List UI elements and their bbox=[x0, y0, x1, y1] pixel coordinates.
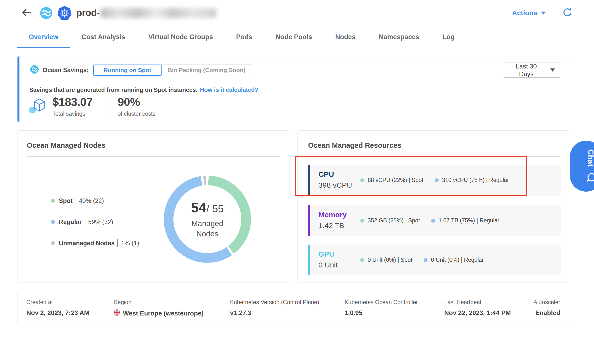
gpu-accent-bar bbox=[308, 245, 310, 275]
uk-flag-icon bbox=[114, 309, 120, 318]
total-savings-label: Total savings bbox=[52, 111, 93, 117]
cpu-name: CPU bbox=[318, 170, 352, 179]
created-at-value: Nov 2, 2023, 7:23 AM bbox=[26, 309, 114, 317]
tab-nodes[interactable]: Nodes bbox=[324, 26, 367, 48]
gpu-spot-stat: 0 Unit (0%) | Spot bbox=[360, 257, 412, 263]
ocean-savings-card: Ocean Savings: Running on Spot Bin Packi… bbox=[17, 56, 569, 122]
cluster-name-prefix: prod- bbox=[76, 8, 100, 18]
actions-label: Actions bbox=[512, 9, 537, 17]
chevron-down-icon bbox=[541, 12, 546, 15]
refresh-icon bbox=[562, 8, 572, 18]
managed-count: 54 bbox=[191, 199, 206, 215]
donut-center: 54 / 55 Managed Nodes bbox=[173, 185, 241, 253]
ocean-logo-icon bbox=[38, 6, 53, 20]
page-title: prod- bbox=[76, 8, 216, 18]
tab-pods[interactable]: Pods bbox=[225, 26, 264, 48]
total-savings-value: $183.07 bbox=[52, 95, 93, 109]
gpu-resource-row: GPU 0 Unit 0 Unit (0%) | Spot 0 Unit (0%… bbox=[308, 245, 561, 275]
back-button[interactable] bbox=[21, 7, 32, 19]
tab-node-pools[interactable]: Node Pools bbox=[264, 26, 324, 48]
nodes-legend: Spot 40% (22) Regular 59% (32) Unmanaged… bbox=[51, 197, 139, 247]
savings-stats: $183.07 Total savings 90% of cluster cos… bbox=[29, 95, 155, 117]
k8s-version-column: Kubernetes Version (Control Plane) v1.27… bbox=[230, 299, 345, 318]
cpu-total: 398 vCPU bbox=[318, 181, 352, 189]
period-value: Last 30 Days bbox=[509, 63, 544, 78]
total-savings-stat: $183.07 Total savings bbox=[52, 95, 93, 117]
ocean-savings-label: Ocean Savings: bbox=[29, 64, 89, 76]
cpu-resource-row: CPU 398 vCPU 88 vCPU (22%) | Spot 310 vC… bbox=[308, 165, 561, 196]
redacted-cluster-name bbox=[101, 8, 216, 18]
tab-label: Cost Analysis bbox=[82, 33, 125, 41]
gpu-total: 0 Unit bbox=[318, 261, 338, 269]
tab-label: Overview bbox=[29, 33, 58, 41]
stat-divider bbox=[105, 96, 105, 117]
tab-label: Log bbox=[443, 33, 455, 41]
cluster-cost-percent: 90% bbox=[118, 95, 155, 109]
gpu-name: GPU bbox=[318, 250, 338, 258]
tab-label: Pods bbox=[236, 33, 252, 41]
cluster-info-bar: Created at Nov 2, 2023, 7:23 AM Region bbox=[17, 291, 569, 326]
tab-label: Virtual Node Groups bbox=[148, 33, 213, 41]
managed-nodes-donut-chart: 54 / 55 Managed Nodes bbox=[164, 176, 251, 263]
memory-resource-row: Memory 1.42 TB 352 GB (25%) | Spot 1.07 … bbox=[308, 205, 561, 236]
legend-item-spot: Spot 40% (22) bbox=[51, 197, 139, 205]
tab-log[interactable]: Log bbox=[431, 26, 466, 48]
spot-dot bbox=[51, 199, 55, 203]
unmanaged-dot bbox=[51, 241, 55, 245]
managed-nodes-title: Ocean Managed Nodes bbox=[27, 141, 105, 149]
chat-label: Chat bbox=[586, 149, 594, 167]
period-dropdown[interactable]: Last 30 Days bbox=[503, 63, 561, 78]
card-divider bbox=[27, 156, 280, 157]
total-count: / 55 bbox=[206, 203, 224, 215]
regular-dot bbox=[51, 220, 55, 224]
gpu-regular-stat: 0 Unit (0%) | Regular bbox=[424, 257, 484, 263]
ocean-cluster-overview-page: prod- Actions Overview Cost Analysis Vir… bbox=[0, 0, 594, 364]
tab-namespaces[interactable]: Namespaces bbox=[367, 26, 431, 48]
region-column: Region West Europe (westeurope) bbox=[114, 299, 230, 318]
ocean-managed-resources-card: Ocean Managed Resources CPU 398 vCPU 88 … bbox=[297, 130, 569, 282]
ocean-controller-value: 1.0.95 bbox=[345, 309, 444, 317]
back-arrow-icon bbox=[21, 7, 32, 19]
chat-button[interactable]: Chat bbox=[570, 141, 594, 192]
spot-dot bbox=[360, 258, 364, 262]
managed-resources-title: Ocean Managed Resources bbox=[308, 141, 401, 149]
memory-regular-stat: 1.07 TB (75%) | Regular bbox=[431, 217, 499, 224]
ocean-controller-column: Kubernetes Ocean Controller 1.0.95 bbox=[345, 299, 444, 318]
k8s-version-value: v1.27.3 bbox=[230, 309, 345, 317]
donut-center-label: Managed Nodes bbox=[185, 218, 230, 239]
savings-mode-toggle: Running on Spot Bin Packing (Coming Soon… bbox=[93, 65, 252, 76]
cpu-regular-stat: 310 vCPU (78%) | Regular bbox=[435, 177, 509, 183]
spot-dot bbox=[360, 219, 364, 223]
tab-label: Nodes bbox=[335, 33, 356, 41]
legend-item-unmanaged: Unmanaged Nodes 1% (1) bbox=[51, 239, 139, 247]
savings-accent-bar bbox=[17, 56, 19, 122]
regular-dot bbox=[424, 258, 428, 262]
memory-total: 1.42 TB bbox=[318, 221, 347, 230]
memory-name: Memory bbox=[318, 211, 347, 219]
chat-bubble-icon bbox=[585, 172, 594, 183]
actions-button[interactable]: Actions bbox=[512, 9, 546, 17]
regular-dot bbox=[435, 178, 439, 182]
cluster-cost-stat: 90% of cluster costs bbox=[118, 95, 155, 117]
how-calculated-link[interactable]: How is it calculated? bbox=[200, 86, 258, 93]
tab-overview[interactable]: Overview bbox=[17, 26, 70, 48]
memory-accent-bar bbox=[308, 205, 310, 236]
spot-dot bbox=[360, 178, 364, 182]
memory-spot-stat: 352 GB (25%) | Spot bbox=[360, 217, 420, 224]
card-divider bbox=[308, 156, 561, 157]
tab-virtual-node-groups[interactable]: Virtual Node Groups bbox=[137, 26, 225, 48]
running-on-spot-toggle[interactable]: Running on Spot bbox=[93, 65, 162, 76]
savings-description: Savings that are generated from running … bbox=[29, 86, 258, 93]
ocean-managed-nodes-card: Ocean Managed Nodes Spot 40% (22) Regula… bbox=[17, 130, 290, 282]
tab-cost-analysis[interactable]: Cost Analysis bbox=[70, 26, 137, 48]
region-value: West Europe (westeurope) bbox=[123, 310, 203, 317]
refresh-button[interactable] bbox=[562, 8, 572, 18]
created-at-column: Created at Nov 2, 2023, 7:23 AM bbox=[26, 299, 114, 318]
autoscaler-column: Autoscaler Enabled bbox=[533, 299, 560, 318]
cpu-accent-bar bbox=[308, 165, 310, 196]
legend-item-regular: Regular 59% (32) bbox=[51, 218, 139, 226]
bin-packing-toggle[interactable]: Bin Packing (Coming Soon) bbox=[161, 65, 252, 76]
header: prod- Actions bbox=[0, 0, 594, 26]
last-heartbeat-value: Nov 22, 2023, 1:44 PM bbox=[444, 309, 533, 317]
regular-dot bbox=[431, 219, 435, 223]
